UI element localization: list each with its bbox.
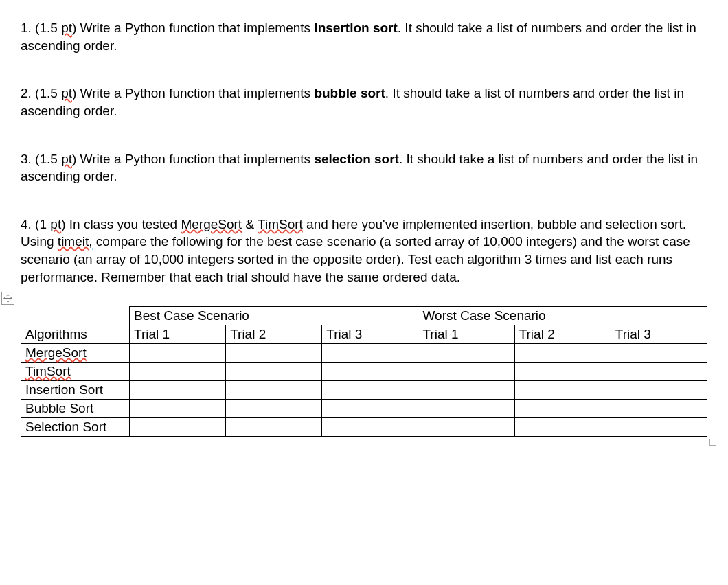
row-selection: Selection Sort xyxy=(21,418,130,437)
q4-c: compare the following for the xyxy=(93,234,268,249)
row-bubble: Bubble Sort xyxy=(21,400,130,418)
q1-bold: insertion sort xyxy=(314,21,397,35)
best-trial3: Trial 3 xyxy=(322,325,418,344)
worst-trial1: Trial 1 xyxy=(418,325,514,344)
row-mergesort: MergeSort xyxy=(21,344,130,363)
data-cell xyxy=(130,381,226,400)
table-row: Insertion Sort xyxy=(21,381,707,400)
worst-trial3: Trial 3 xyxy=(611,325,707,344)
q3-prefix: 3. (1.5 xyxy=(21,152,61,166)
q4-timeit: timeit xyxy=(58,234,89,249)
q4-best: best case xyxy=(267,234,323,249)
table-move-handle-icon[interactable] xyxy=(1,292,14,305)
move-arrows-icon xyxy=(3,294,12,303)
data-cell xyxy=(611,400,707,418)
q4-tim: TimSort xyxy=(258,217,303,231)
data-cell xyxy=(130,418,226,437)
data-cell xyxy=(130,344,226,363)
data-cell xyxy=(611,344,707,363)
data-cell xyxy=(130,400,226,418)
data-cell xyxy=(322,381,418,400)
q4-prefix: 4. (1 xyxy=(21,217,50,231)
worst-trial2: Trial 2 xyxy=(514,325,611,344)
data-cell xyxy=(611,363,707,381)
data-cell xyxy=(226,344,322,363)
table-resize-handle-icon[interactable] xyxy=(709,439,716,446)
worst-case-header: Worst Case Scenario xyxy=(418,307,707,325)
data-cell xyxy=(418,418,514,437)
data-cell xyxy=(226,363,322,381)
row-timsort: TimSort xyxy=(21,363,130,381)
table-row: Bubble Sort xyxy=(21,400,707,418)
question-2: 2. (1.5 pt) Write a Python function that… xyxy=(21,84,707,119)
best-trial1: Trial 1 xyxy=(130,325,226,344)
algorithms-header: Algorithms xyxy=(21,325,130,344)
q2-prefix: 2. (1.5 xyxy=(21,86,61,100)
data-cell xyxy=(514,344,611,363)
question-1: 1. (1.5 pt) Write a Python function that… xyxy=(21,19,707,54)
data-cell xyxy=(322,344,418,363)
data-cell xyxy=(514,381,611,400)
data-cell xyxy=(226,418,322,437)
data-cell xyxy=(418,363,514,381)
data-cell xyxy=(226,400,322,418)
table-row: MergeSort xyxy=(21,344,707,363)
q3-bold: selection sort xyxy=(314,152,399,166)
table-row: TimSort xyxy=(21,363,707,381)
q2-after: ) Write a Python function that implement… xyxy=(72,86,314,100)
table-row: Selection Sort xyxy=(21,418,707,437)
data-cell xyxy=(514,363,611,381)
data-cell xyxy=(226,381,322,400)
q1-after: ) Write a Python function that implement… xyxy=(72,21,314,35)
question-4: 4. (1 pt) In class you tested MergeSort … xyxy=(21,216,707,286)
q4-pt: pt xyxy=(50,217,61,231)
q1-prefix: 1. (1.5 xyxy=(21,21,61,35)
q2-bold: bubble sort xyxy=(314,86,385,100)
table-trial-row: Algorithms Trial 1 Trial 2 Trial 3 Trial… xyxy=(21,325,707,344)
mergesort-label: MergeSort xyxy=(25,345,87,360)
data-cell xyxy=(418,381,514,400)
q4-amp: & xyxy=(242,217,258,231)
data-cell xyxy=(322,400,418,418)
data-cell xyxy=(418,400,514,418)
data-cell xyxy=(322,418,418,437)
q4-a: ) In class you tested xyxy=(61,217,181,231)
data-cell xyxy=(514,418,611,437)
data-cell xyxy=(514,400,611,418)
q1-pt: pt xyxy=(61,21,72,35)
data-cell xyxy=(418,344,514,363)
empty-cell xyxy=(21,307,130,325)
results-table-wrap: Best Case Scenario Worst Case Scenario A… xyxy=(21,306,707,437)
best-case-header: Best Case Scenario xyxy=(130,307,418,325)
data-cell xyxy=(611,381,707,400)
timsort-label: TimSort xyxy=(25,364,71,378)
data-cell xyxy=(322,363,418,381)
question-3: 3. (1.5 pt) Write a Python function that… xyxy=(21,150,707,185)
data-cell xyxy=(611,418,707,437)
table-scenario-row: Best Case Scenario Worst Case Scenario xyxy=(21,307,707,325)
q2-pt: pt xyxy=(61,86,72,100)
q3-pt: pt xyxy=(61,152,72,166)
q4-merge: MergeSort xyxy=(181,217,242,231)
results-table: Best Case Scenario Worst Case Scenario A… xyxy=(21,306,707,437)
best-trial2: Trial 2 xyxy=(226,325,322,344)
data-cell xyxy=(130,363,226,381)
row-insertion: Insertion Sort xyxy=(21,381,130,400)
q3-after: ) Write a Python function that implement… xyxy=(72,152,314,166)
